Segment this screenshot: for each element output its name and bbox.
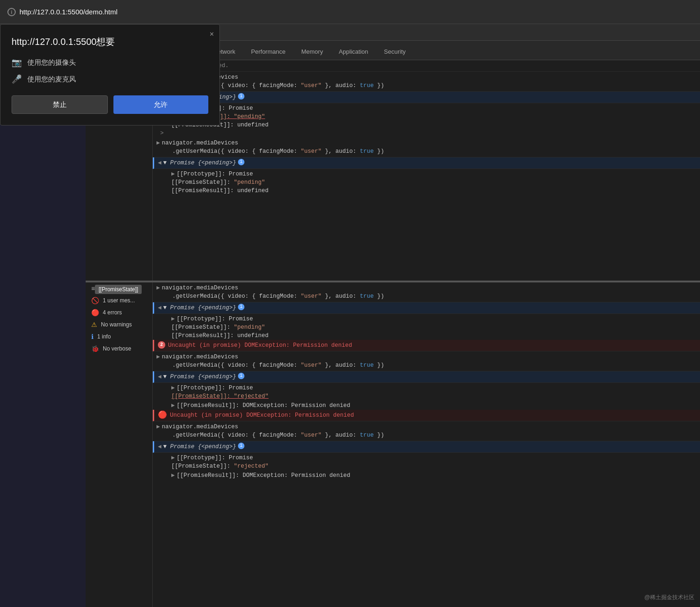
no-warnings-item-bottom[interactable]: ⚠ No warnings: [86, 319, 152, 331]
error-line-1: 2 Uncaught (in promise) DOMException: Pe…: [153, 340, 700, 351]
nav2-code: navigator.mediaDevices .getUserMedia({ v…: [162, 139, 384, 156]
expand-nae2[interactable]: ▶: [156, 423, 160, 431]
promise-state-pending-2: [[PromiseState]]: "pending": [153, 178, 700, 187]
console-output-bottom: ▶ navigator.mediaDevices .getUserMedia({…: [153, 282, 700, 607]
devtools-main: ⚠ No warnings ▶ ℹ 1 info 🐞 No verbose: [86, 60, 700, 607]
prompt-arrow: >: [153, 129, 700, 138]
expand-pae1[interactable]: ◀: [158, 373, 162, 381]
result-ae1: ▶[[PromiseResult]]: DOMException: Permis…: [153, 400, 700, 410]
info-label-bottom: 1 info: [97, 333, 111, 340]
watermark: @稀土掘金技术社区: [644, 594, 694, 601]
promise-pending-2: ◀ ▼ Promise {<pending>} i: [153, 157, 700, 169]
info-item-bottom[interactable]: ℹ 1 info: [86, 331, 152, 343]
info-badge-1: i: [238, 93, 244, 100]
result-b1: [[PromiseResult]]: undefined: [153, 332, 700, 340]
console-sidebar-bottom: ≡ 5 messages 🚫 1 user mes... 🔴 4 errors …: [86, 282, 153, 607]
no-verbose-label-bottom: No verbose: [103, 345, 131, 352]
promise-pending-1: ◀ ▼ Promise {<pending>} i: [153, 92, 700, 103]
tooltip: [[PromiseState]]: [95, 285, 142, 294]
no-warnings-label-bottom: No warnings: [101, 321, 132, 328]
error-line-2: 🔴 Uncaught (in promise) DOMException: Pe…: [153, 410, 700, 421]
errors-label: 4 errors: [103, 309, 122, 316]
warning-icon-bottom: ⚠: [91, 321, 97, 328]
state-ae2: [[PromiseState]]: "rejected": [153, 462, 700, 470]
info-badge-ae2: i: [238, 443, 244, 449]
tab-memory[interactable]: Memory: [294, 44, 331, 60]
info-badge-2: i: [238, 159, 244, 165]
result-ae2: ▶[[PromiseResult]]: DOMException: Permis…: [153, 470, 700, 480]
expand-promise2[interactable]: ◀: [158, 159, 162, 167]
expand-nae1[interactable]: ▶: [156, 353, 160, 361]
user-msg-icon: 🚫: [91, 297, 99, 304]
promise-result-1: [[PromiseResult]]: undefined: [153, 121, 700, 129]
console-line-nav2-top: ▶ navigator.mediaDevices .getUserMedia({…: [153, 138, 700, 157]
close-button[interactable]: ×: [210, 30, 214, 38]
tab-performance[interactable]: Performance: [244, 44, 293, 60]
prototype-1: ▶[[Prototype]]: Promise: [153, 103, 700, 113]
promise-ae2: ◀ ▼ Promise {<pending>} i: [153, 441, 700, 453]
no-verbose-item-bottom[interactable]: 🐞 No verbose: [86, 343, 152, 355]
devtools-panel: Elements Console Sources Network Perform…: [86, 41, 700, 607]
popup-title: http://127.0.0.1:5500想要: [12, 36, 208, 48]
mic-permission-item: 🎤 使用您的麦克风: [12, 74, 208, 84]
promise-ae1: ◀ ▼ Promise {<pending>} i: [153, 371, 700, 383]
console-line-nav1: ▶ navigator.mediaDevices .getUserMedia({…: [153, 72, 700, 92]
nav-after-err1: ▶ navigator.mediaDevices .getUserMedia({…: [153, 351, 700, 371]
error-text-1: Uncaught (in promise) DOMException: Perm…: [168, 341, 352, 350]
prototype-ae1: ▶[[Prototype]]: Promise: [153, 383, 700, 392]
error-text-2: Uncaught (in promise) DOMException: Perm…: [170, 411, 354, 419]
promise-result-2: [[PromiseResult]]: undefined: [153, 187, 700, 195]
console-output-top: Live reload enabled. ▶ navigator.mediaDe…: [153, 60, 700, 281]
expand-pb1[interactable]: ◀: [158, 304, 162, 312]
popup-buttons: 禁止 允许: [12, 95, 208, 114]
nav-bottom-1: ▶ navigator.mediaDevices .getUserMedia({…: [153, 282, 700, 302]
promise-bottom-1: ◀ ▼ Promise {<pending>} i: [153, 302, 700, 314]
expand-pae2[interactable]: ◀: [158, 443, 162, 451]
promise-state-pending-1: [[PromiseState]]: "pending": [153, 113, 700, 121]
tab-application[interactable]: Application: [331, 44, 376, 60]
state-b1: [[PromiseState]]: "pending": [153, 323, 700, 332]
errors-icon: 🔴: [91, 309, 99, 316]
messages-icon: ≡: [91, 285, 95, 292]
security-icon: i: [7, 8, 16, 16]
mic-icon: 🎤: [12, 74, 22, 84]
tab-security[interactable]: Security: [376, 44, 413, 60]
camera-icon: 📷: [12, 57, 22, 68]
info-badge-ae1: i: [238, 373, 244, 379]
state-ae1: [[PromiseState]]: "rejected": [153, 392, 700, 400]
info-badge-b1: i: [238, 304, 244, 310]
verbose-icon-bottom: 🐞: [91, 345, 99, 352]
expand-nav-b1[interactable]: ▶: [156, 284, 160, 292]
camera-label: 使用您的摄像头: [27, 58, 76, 67]
camera-permission-item: 📷 使用您的摄像头: [12, 57, 208, 68]
url-text: http://127.0.0.1:5500/demo.html: [19, 8, 118, 16]
info-icon-bottom: ℹ: [91, 333, 94, 340]
error-badge-1: 2: [158, 341, 165, 349]
user-messages-item[interactable]: 🚫 1 user mes...: [86, 294, 152, 307]
allow-button[interactable]: 允许: [113, 95, 209, 114]
expand-nav2[interactable]: ▶: [156, 139, 160, 147]
errors-item[interactable]: 🔴 4 errors: [86, 307, 152, 319]
error-circle-2: 🔴: [158, 411, 167, 419]
mic-label: 使用您的麦克风: [27, 75, 76, 84]
nav-after-err2: ▶ navigator.mediaDevices .getUserMedia({…: [153, 421, 700, 441]
deny-button[interactable]: 禁止: [12, 95, 108, 114]
prototype-2: ▶[[Prototype]]: Promise: [153, 169, 700, 178]
url-bar[interactable]: i http://127.0.0.1:5500/demo.html: [7, 8, 118, 16]
user-messages-label: 1 user mes...: [103, 297, 135, 304]
permission-popup: × http://127.0.0.1:5500想要 📷 使用您的摄像头 🎤 使用…: [0, 24, 220, 125]
prototype-b1: ▶[[Prototype]]: Promise: [153, 314, 700, 323]
browser-bar: i http://127.0.0.1:5500/demo.html: [0, 0, 700, 24]
prototype-ae2: ▶[[Prototype]]: Promise: [153, 453, 700, 462]
console-reload-line: Live reload enabled.: [153, 60, 700, 72]
